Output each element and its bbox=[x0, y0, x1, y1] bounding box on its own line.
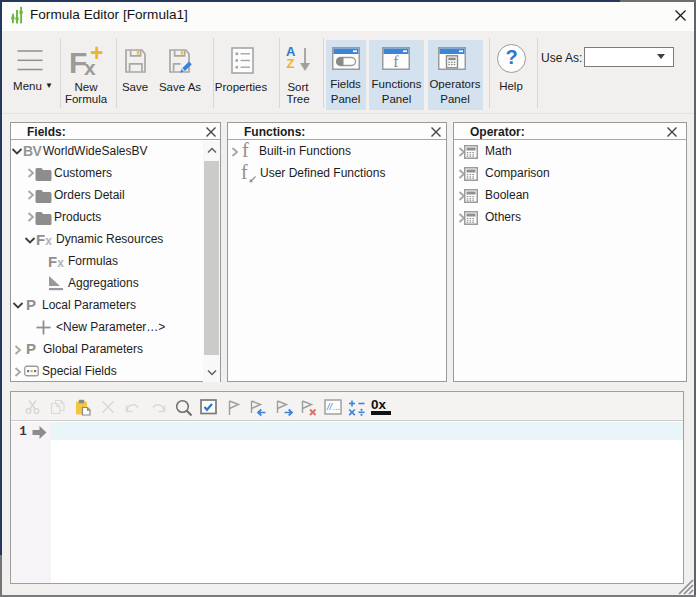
svg-text:...: ... bbox=[333, 402, 341, 412]
svg-text:f: f bbox=[393, 53, 399, 70]
